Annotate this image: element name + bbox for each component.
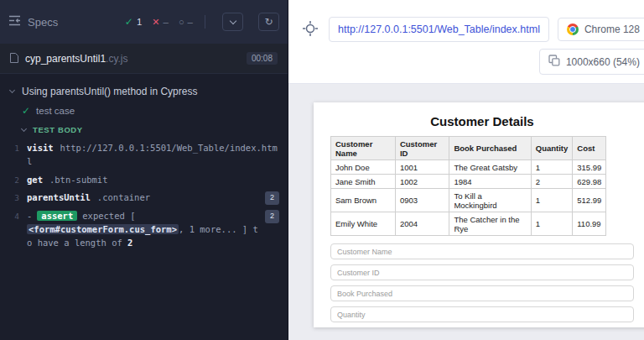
table-row: Jane Smith 1002 1984 2 629.98 xyxy=(331,175,606,189)
url-address-bar[interactable]: http://127.0.0.1:5501/Web_Table/index.ht… xyxy=(329,17,549,42)
spec-extension: .cy.js xyxy=(106,53,127,65)
cell-customer-name: John Doe xyxy=(331,160,396,175)
command-body: -assertexpected [ <form#customerForm.cus… xyxy=(27,210,260,249)
cell-quantity: 1 xyxy=(531,212,573,236)
table-row: John Doe 1001 The Great Gatsby 1 315.99 xyxy=(331,160,606,175)
cell-cost: 315.99 xyxy=(573,160,606,175)
test-body-section[interactable]: TEST BODY xyxy=(0,120,288,138)
command-get[interactable]: 2 get.btn-submit xyxy=(0,171,288,190)
command-number: 2 xyxy=(0,174,27,187)
command-name: parentsUntil xyxy=(27,192,91,202)
browser-label: Chrome 128 xyxy=(584,24,640,35)
cell-cost: 629.98 xyxy=(573,175,606,189)
test-log: Using parentsUntil() method in Cypress ✓… xyxy=(0,74,288,340)
customer-form: Add Customer xyxy=(330,243,634,327)
assert-expected-value: 2 xyxy=(127,238,132,248)
app-frame: Customer Details Customer Name Customer … xyxy=(314,102,644,327)
cell-customer-name: Jane Smith xyxy=(331,175,396,189)
customer-name-input[interactable] xyxy=(330,243,634,259)
column-header: Cost xyxy=(573,137,606,160)
viewport-row: 1000x660 (54%) xyxy=(300,49,644,75)
cell-cost: 110.99 xyxy=(573,212,606,236)
command-parentsuntil[interactable]: 3 parentsUntil.container 2 xyxy=(0,189,288,207)
collapse-sidebar-icon xyxy=(8,14,21,29)
cypress-reporter: Specs ✓ 1 ✕ – ○ – ↻ xyxy=(0,0,288,340)
chevron-down-icon xyxy=(9,87,15,93)
cell-quantity: 2 xyxy=(531,175,573,189)
stat-passed: ✓ 1 xyxy=(125,16,142,28)
quantity-input[interactable] xyxy=(330,306,634,322)
column-header: Customer ID xyxy=(395,137,449,160)
browser-header: http://127.0.0.1:5501/Web_Table/index.ht… xyxy=(288,0,644,84)
page-title: Customer Details xyxy=(330,114,634,128)
column-header: Customer Name xyxy=(331,137,396,160)
customer-table: Customer Name Customer ID Book Purchased… xyxy=(330,136,606,236)
pending-icon: ○ xyxy=(179,17,184,27)
element-count-badge: 2 xyxy=(265,191,279,205)
spec-name: cyp_parentsUntil1 xyxy=(25,53,106,65)
chrome-icon xyxy=(567,24,579,35)
browser-select-button[interactable]: Chrome 128 xyxy=(558,18,644,41)
cell-quantity: 1 xyxy=(531,160,573,175)
command-number: 4 xyxy=(0,210,27,249)
assert-text-pre: expected [ xyxy=(82,211,135,221)
crosshair-icon xyxy=(303,21,318,39)
command-body: get.btn-submit xyxy=(27,174,279,187)
aut-stage: Customer Details Customer Name Customer … xyxy=(288,84,644,340)
pending-count: – xyxy=(188,17,193,27)
failed-count: – xyxy=(164,17,169,27)
test-body-label: TEST BODY xyxy=(33,125,83,134)
viewport-icon xyxy=(548,55,560,69)
command-log: 1 visithttp://127.0.0.1:5501/Web_Table/i… xyxy=(0,139,288,252)
suite-row[interactable]: Using parentsUntil() method in Cypress xyxy=(0,81,288,102)
specs-toggle-button[interactable]: Specs xyxy=(8,14,58,29)
cell-customer-id: 2004 xyxy=(395,212,449,236)
aut-panel: http://127.0.0.1:5501/Web_Table/index.ht… xyxy=(288,0,644,340)
collapse-all-button[interactable] xyxy=(222,13,243,31)
table-row: Emily White 2004 The Catcher in the Rye … xyxy=(331,212,606,236)
command-body: visithttp://127.0.0.1:5501/Web_Table/ind… xyxy=(27,142,279,169)
command-visit[interactable]: 1 visithttp://127.0.0.1:5501/Web_Table/i… xyxy=(0,139,288,171)
stat-pending: ○ – xyxy=(179,17,193,27)
table-header-row: Customer Name Customer ID Book Purchased… xyxy=(331,137,606,160)
column-header: Quantity xyxy=(531,137,573,160)
cell-customer-name: Emily White xyxy=(331,212,396,236)
passed-icon: ✓ xyxy=(125,16,133,28)
rerun-tests-button[interactable]: ↻ xyxy=(258,13,279,31)
suite-title: Using parentsUntil() method in Cypress xyxy=(22,86,197,97)
command-body: parentsUntil.container xyxy=(27,191,260,205)
command-assert[interactable]: 4 -assertexpected [ <form#customerForm.c… xyxy=(0,207,288,252)
assert-dash: - xyxy=(27,211,32,221)
command-number: 1 xyxy=(0,142,27,169)
cell-customer-id: 1002 xyxy=(395,175,449,189)
spec-file-icon xyxy=(10,51,18,66)
test-title: test case xyxy=(36,106,75,116)
cell-book: 1984 xyxy=(449,175,531,189)
command-args: .btn-submit xyxy=(49,175,108,185)
customer-id-input[interactable] xyxy=(330,264,634,280)
column-header: Book Purchased xyxy=(449,137,531,160)
spec-file-row[interactable]: cyp_parentsUntil1 .cy.js 00:08 xyxy=(0,44,288,74)
table-row: Sam Brown 0903 To Kill a Mockingbird 1 5… xyxy=(331,189,606,212)
viewport-select-button[interactable]: 1000x660 (54%) xyxy=(539,49,644,75)
chevron-down-icon xyxy=(229,17,236,24)
command-args: http://127.0.0.1:5501/Web_Table/index.ht… xyxy=(27,143,278,166)
selector-playground-button[interactable] xyxy=(300,19,320,39)
cell-quantity: 1 xyxy=(531,189,573,212)
chevron-down-icon xyxy=(21,125,27,131)
cell-customer-id: 0903 xyxy=(395,189,449,212)
cell-cost: 512.99 xyxy=(573,189,606,212)
viewport-label: 1000x660 (54%) xyxy=(566,56,640,68)
book-purchased-input[interactable] xyxy=(330,285,634,301)
spec-duration-badge: 00:08 xyxy=(247,52,278,65)
command-number: 3 xyxy=(0,191,27,205)
header-divider xyxy=(205,15,205,29)
test-passed-icon: ✓ xyxy=(22,105,30,117)
element-count-badge: 2 xyxy=(265,210,279,223)
command-name: get xyxy=(27,175,43,185)
stat-failed: ✕ – xyxy=(152,17,169,28)
cell-customer-name: Sam Brown xyxy=(331,189,396,212)
command-args: .container xyxy=(97,192,150,202)
test-row[interactable]: ✓ test case xyxy=(0,102,288,120)
passed-count: 1 xyxy=(137,17,142,27)
